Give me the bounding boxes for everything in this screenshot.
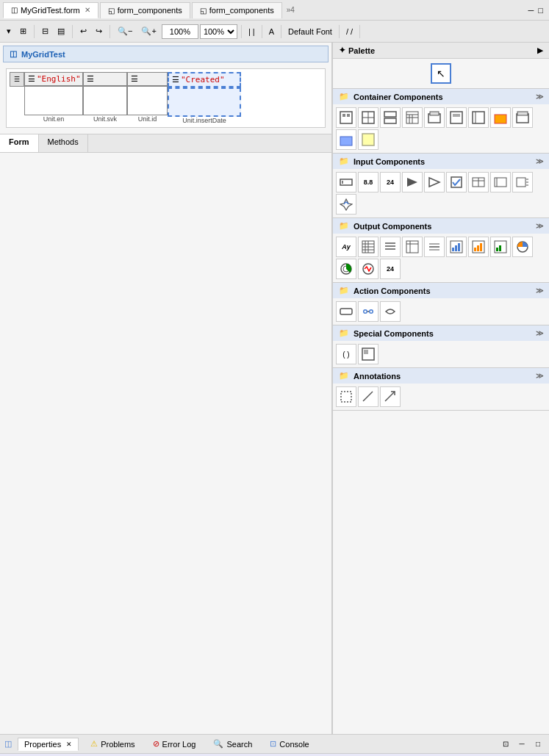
palette-section-input-header[interactable]: 📁 Input Components ≫	[333, 154, 549, 169]
palette-output-10[interactable]	[336, 259, 356, 279]
palette-annot-1[interactable]	[336, 386, 356, 407]
palette-input-2[interactable]: 8.8	[358, 172, 378, 192]
palette-item-c1[interactable]	[336, 107, 356, 128]
action-expand[interactable]: ≫	[536, 287, 543, 295]
palette-output-5[interactable]	[424, 237, 445, 257]
palette-item-c11[interactable]	[358, 129, 378, 150]
tab-form-components-1[interactable]: ◱ form_components	[100, 2, 190, 18]
props-tab-errorlog[interactable]: ⊘ Error Log	[147, 738, 202, 750]
palette-output-12[interactable]: 24	[380, 259, 401, 279]
palette-input-8[interactable]	[490, 172, 511, 192]
grid-col-date[interactable]: ☰ "Created"	[168, 72, 241, 87]
props-tab-properties[interactable]: Properties ✕	[18, 738, 79, 751]
palette-output-9[interactable]	[512, 237, 533, 257]
props-tab-problems[interactable]: ⚠ Problems	[85, 738, 140, 750]
window-maximize[interactable]: □	[538, 6, 543, 15]
props-action-expand[interactable]: ⊡	[499, 738, 512, 751]
toolbar-menu[interactable]: ▾	[3, 24, 15, 38]
toolbar-btn-1[interactable]: ⊞	[16, 24, 30, 38]
folder-icon-annotations: 📁	[339, 371, 349, 381]
palette-output-11[interactable]	[358, 259, 378, 279]
palette-item-c4[interactable]	[402, 107, 423, 128]
output-expand[interactable]: ≫	[536, 222, 543, 230]
svg-rect-59	[477, 245, 479, 251]
palette-special-1[interactable]: ( )	[336, 344, 356, 364]
palette-input-1[interactable]	[336, 172, 356, 192]
col-icon-3: ☰	[131, 74, 138, 84]
palette-output-8[interactable]	[490, 237, 511, 257]
palette-input-4[interactable]	[402, 172, 423, 192]
props-action-minimize[interactable]: ─	[515, 738, 528, 751]
props-tab-close[interactable]: ✕	[66, 741, 72, 748]
palette-input-9[interactable]	[512, 172, 533, 192]
grid-cell-1	[24, 86, 83, 115]
tab-mygridtest[interactable]: ◫ MyGridTest.form ✕	[3, 2, 98, 18]
tab-close-icon[interactable]: ✕	[85, 6, 90, 14]
palette-input-5[interactable]	[424, 172, 445, 192]
palette-output-7[interactable]	[468, 237, 489, 257]
palette-section-action-header[interactable]: 📁 Action Components ≫	[333, 283, 549, 298]
palette-item-c5[interactable]	[424, 107, 445, 128]
palette-section-action: 📁 Action Components ≫	[333, 283, 549, 325]
palette-section-container-header[interactable]: 📁 Container Components ≫	[333, 89, 549, 104]
palette-input-7[interactable]	[468, 172, 489, 192]
col-header-1: "English"	[37, 74, 81, 84]
annotations-expand[interactable]: ≫	[536, 372, 543, 380]
tab-form-components-2[interactable]: ◱ form_components	[192, 2, 282, 18]
svg-rect-76	[341, 392, 351, 402]
palette-output-2[interactable]	[358, 237, 378, 257]
tab-methods[interactable]: Methods	[39, 134, 88, 152]
props-tab-search[interactable]: 🔍 Search	[207, 738, 258, 750]
palette-item-c9[interactable]	[512, 107, 533, 128]
palette-action-3[interactable]	[380, 301, 401, 322]
palette-output-1[interactable]: Ay	[336, 237, 356, 257]
palette-item-c6[interactable]	[446, 107, 467, 128]
container-expand[interactable]: ≫	[536, 93, 543, 101]
zoom-field[interactable]: 100%	[162, 24, 198, 39]
palette-input-10[interactable]	[336, 194, 356, 215]
palette-output-6[interactable]	[446, 237, 467, 257]
palette-special-2[interactable]	[358, 344, 378, 364]
palette-item-c7[interactable]	[468, 107, 489, 128]
palette-section-annotations-label: Annotations	[354, 372, 401, 381]
window-minimize[interactable]: ─	[528, 6, 534, 15]
grid-cell-4[interactable]	[168, 87, 241, 117]
palette-section-output-label: Output Components	[354, 222, 431, 231]
toolbar-btn-2[interactable]: ⊟	[38, 24, 52, 38]
palette-section-output-header[interactable]: 📁 Output Components ≫	[333, 218, 549, 234]
palette-item-c8[interactable]	[490, 107, 511, 128]
palette-selector-row: ↖	[333, 59, 549, 89]
props-action-maximize[interactable]: □	[531, 738, 545, 751]
palette-output-4[interactable]	[402, 237, 423, 257]
palette-item-c10[interactable]	[336, 129, 356, 150]
tab-label: MyGridTest.form	[21, 6, 80, 15]
palette-expand-arrow[interactable]: ▶	[537, 46, 543, 54]
toolbar-btn-5[interactable]: ↪	[92, 24, 106, 38]
palette-annot-2[interactable]	[358, 386, 378, 407]
toolbar-btn-4[interactable]: ↩	[76, 24, 90, 38]
svg-rect-14	[430, 112, 439, 115]
zoom-dropdown[interactable]: 100%75%125%	[200, 24, 237, 39]
tab-form[interactable]: Form	[0, 134, 39, 152]
zoom-out[interactable]: 🔍−	[114, 24, 136, 38]
palette-item-c3[interactable]	[380, 107, 401, 128]
palette-section-annotations-header[interactable]: 📁 Annotations ≫	[333, 368, 549, 384]
palette-action-1[interactable]	[336, 301, 356, 322]
palette-section-special-header[interactable]: 📁 Special Components ≫	[333, 325, 549, 341]
palette: ✦ Palette ▶ ↖ 📁 Container Components ≫	[332, 43, 549, 734]
palette-input-3[interactable]: 24	[380, 172, 401, 192]
palette-select-cursor[interactable]: ↖	[431, 63, 451, 84]
grid-col-english: ☰ "English"	[24, 72, 83, 86]
zoom-in[interactable]: 🔍+	[137, 24, 159, 38]
palette-item-c2[interactable]	[358, 107, 378, 128]
palette-action-2[interactable]	[358, 301, 378, 322]
palette-output-3[interactable]	[380, 237, 401, 257]
svg-rect-62	[496, 248, 498, 251]
input-expand[interactable]: ≫	[536, 157, 543, 165]
toolbar-btn-3[interactable]: ▤	[54, 24, 68, 38]
palette-input-6[interactable]	[446, 172, 467, 192]
special-expand[interactable]: ≫	[536, 329, 543, 337]
palette-annot-3[interactable]	[380, 386, 401, 407]
tab-overflow[interactable]: »4	[287, 6, 295, 14]
props-tab-console[interactable]: ⊡ Console	[264, 738, 315, 750]
